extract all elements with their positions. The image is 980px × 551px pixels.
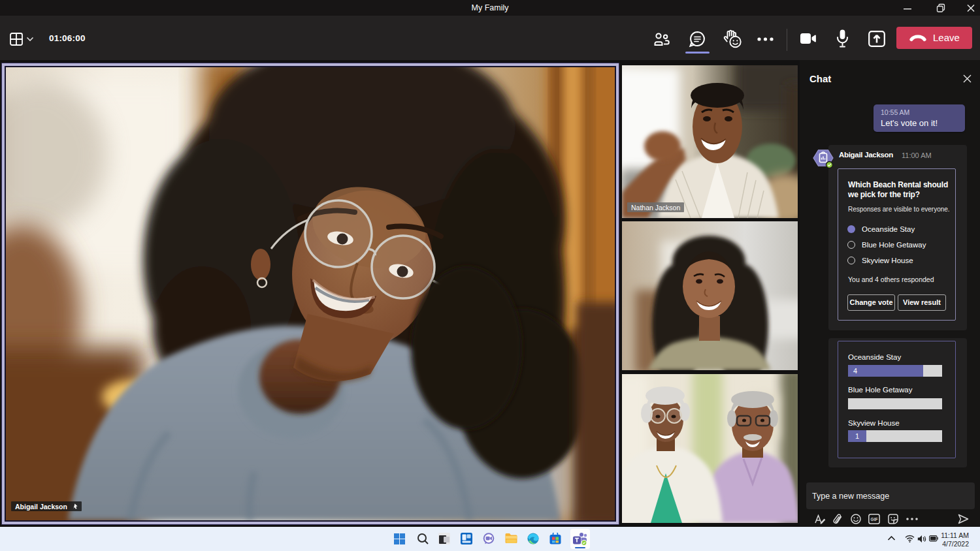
svg-text:GIF: GIF xyxy=(871,517,878,522)
